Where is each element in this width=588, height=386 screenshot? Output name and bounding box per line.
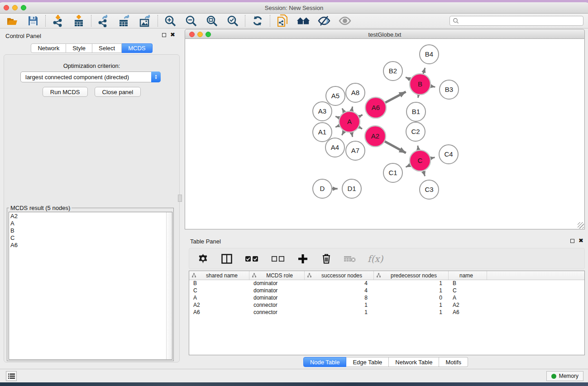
eye-slash-icon[interactable] — [317, 14, 331, 28]
graph-node-A8[interactable]: A8 — [346, 83, 365, 102]
table-cell[interactable]: 4 — [305, 287, 374, 295]
edge-A2-C[interactable] — [385, 141, 406, 152]
graph-node-A[interactable]: A — [339, 111, 360, 132]
column-view-icon[interactable] — [221, 253, 233, 265]
column-header-successor-nodes[interactable]: successor nodes — [305, 271, 374, 280]
graph-node-A5[interactable]: A5 — [326, 86, 345, 105]
resize-grip-icon[interactable] — [578, 222, 584, 229]
table-cell[interactable]: connector — [249, 302, 305, 309]
edge-B-B2[interactable] — [406, 77, 410, 80]
column-header-name[interactable]: name — [449, 271, 487, 280]
search-box[interactable] — [449, 16, 583, 26]
table-cell[interactable]: A6 — [449, 309, 487, 316]
tab-edge-table[interactable]: Edge Table — [346, 357, 389, 367]
graph-node-C1[interactable]: C1 — [383, 163, 402, 182]
edge-C-C2[interactable] — [418, 146, 418, 150]
table-cell[interactable]: connector — [249, 309, 305, 316]
graph-node-C2[interactable]: C2 — [406, 122, 425, 141]
network-graph[interactable]: B4B2BB3A5A8A6B1A3AA1C2A2A4A7C4CC1C3DD1 — [185, 39, 584, 229]
edge-A-A7[interactable] — [352, 133, 353, 137]
graph-node-A2[interactable]: A2 — [365, 126, 386, 147]
result-list-item[interactable]: C — [10, 234, 172, 242]
tab-style[interactable]: Style — [66, 43, 92, 53]
table-row[interactable]: Bdominator41B — [189, 280, 584, 287]
graph-node-B1[interactable]: B1 — [406, 102, 425, 121]
table-cell[interactable]: 1 — [374, 280, 449, 287]
table-cell[interactable]: 0 — [374, 295, 449, 302]
edge-A-A8[interactable] — [352, 107, 353, 111]
table-cell[interactable]: 1 — [305, 302, 374, 309]
table-cell[interactable]: A — [449, 295, 487, 302]
table-cell[interactable]: A — [189, 295, 249, 302]
eye-icon[interactable] — [338, 14, 352, 28]
edge-B-B3[interactable] — [431, 86, 435, 87]
table-cell[interactable]: 8 — [305, 295, 374, 302]
table-cell[interactable]: B — [189, 280, 249, 287]
edge-B-B1[interactable] — [418, 95, 419, 98]
edge-A-A4[interactable] — [342, 131, 344, 135]
column-header-shared-name[interactable]: shared name — [189, 271, 249, 280]
save-session-icon[interactable] — [26, 14, 40, 28]
network-window-titlebar[interactable]: testGlobe.txt — [185, 29, 585, 39]
graph-node-A1[interactable]: A1 — [313, 123, 332, 142]
result-list-item[interactable]: A6 — [10, 242, 172, 249]
table-cell[interactable]: C — [189, 287, 249, 295]
export-image-icon[interactable] — [139, 14, 152, 28]
graph-node-B[interactable]: B — [410, 74, 430, 95]
graph-node-B3[interactable]: B3 — [440, 80, 459, 99]
memory-button[interactable]: Memory — [546, 371, 583, 381]
tab-mcds[interactable]: MCDS — [122, 43, 152, 53]
table-cell[interactable]: dominator — [249, 295, 305, 302]
edge-A-A6[interactable] — [359, 115, 363, 117]
table-cell[interactable]: A2 — [449, 302, 487, 309]
clone-network-icon[interactable] — [276, 14, 289, 28]
table-row[interactable]: A6connector11A6 — [189, 309, 584, 316]
zoom-in-icon[interactable] — [163, 14, 177, 28]
table-cell[interactable]: A2 — [189, 302, 249, 309]
tab-select[interactable]: Select — [92, 43, 122, 53]
edge-A-A5[interactable] — [342, 108, 344, 112]
export-table-icon[interactable] — [118, 14, 131, 28]
panel-divider-grip[interactable] — [178, 195, 182, 202]
graph-node-C3[interactable]: C3 — [420, 180, 439, 199]
network-canvas[interactable]: B4B2BB3A5A8A6B1A3AA1C2A2A4A7C4CC1C3DD1 — [185, 39, 585, 229]
function-builder-icon[interactable]: f(x) — [368, 253, 383, 265]
table-cell[interactable]: dominator — [249, 280, 305, 287]
table-row[interactable]: A2connector11A2 — [189, 302, 584, 309]
graph-node-C[interactable]: C — [410, 150, 430, 171]
import-table-icon[interactable] — [72, 14, 86, 28]
open-file-icon[interactable] — [5, 14, 19, 28]
home-icon[interactable] — [296, 14, 310, 28]
zoom-selected-icon[interactable] — [226, 14, 239, 28]
float-table-panel-icon[interactable] — [570, 239, 574, 243]
graph-node-A7[interactable]: A7 — [346, 141, 365, 160]
optimization-criterion-select[interactable]: largest connected component (directed) ▲… — [20, 71, 161, 82]
tab-motifs[interactable]: Motifs — [439, 357, 468, 367]
delete-icon[interactable] — [320, 253, 332, 265]
column-header-predecessor-nodes[interactable]: predecessor nodes — [374, 271, 449, 280]
select-all-icon[interactable] — [244, 253, 259, 265]
graph-node-D1[interactable]: D1 — [342, 179, 361, 198]
table-row[interactable]: Cdominator41C — [189, 287, 584, 295]
gear-icon[interactable] — [197, 253, 209, 265]
zoom-fit-icon[interactable] — [205, 14, 219, 28]
node-table[interactable]: shared nameMCDS rolesuccessor nodesprede… — [189, 271, 585, 355]
graph-node-A6[interactable]: A6 — [365, 97, 386, 118]
run-mcds-button[interactable]: Run MCDS — [43, 87, 88, 97]
close-table-panel-icon[interactable]: ✖ — [578, 237, 583, 244]
graph-node-B4[interactable]: B4 — [420, 45, 439, 64]
zoom-out-icon[interactable] — [184, 14, 198, 28]
table-cell[interactable]: B — [449, 280, 487, 287]
graph-node-B2[interactable]: B2 — [383, 62, 402, 81]
close-panel-icon[interactable]: ✖ — [170, 31, 175, 38]
edge-C-C4[interactable] — [430, 157, 435, 158]
refresh-icon[interactable] — [251, 14, 264, 28]
delete-table-icon[interactable] — [344, 253, 356, 265]
graph-node-C4[interactable]: C4 — [439, 145, 458, 164]
column-header-MCDS-role[interactable]: MCDS role — [249, 271, 305, 280]
table-cell[interactable]: 1 — [305, 309, 374, 316]
close-panel-button[interactable]: Close panel — [95, 87, 141, 97]
deselect-all-icon[interactable] — [271, 253, 285, 265]
tab-network-table[interactable]: Network Table — [389, 357, 439, 367]
graph-node-D[interactable]: D — [313, 179, 332, 198]
